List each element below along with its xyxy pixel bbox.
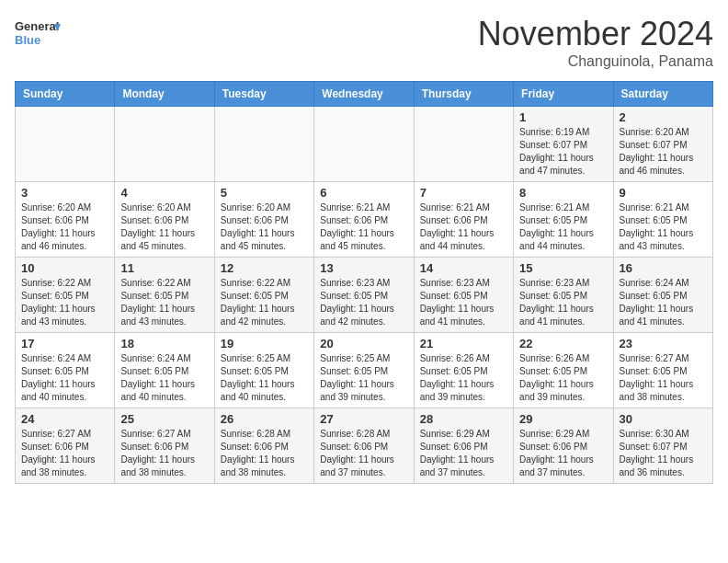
calendar-cell (115, 107, 214, 182)
day-info: Sunrise: 6:20 AM Sunset: 6:06 PM Dayligh… (120, 201, 208, 253)
calendar-cell: 5Sunrise: 6:20 AM Sunset: 6:06 PM Daylig… (214, 182, 313, 258)
day-number: 18 (120, 337, 208, 350)
day-info: Sunrise: 6:29 AM Sunset: 6:06 PM Dayligh… (519, 428, 607, 479)
calendar-cell: 7Sunrise: 6:21 AM Sunset: 6:06 PM Daylig… (414, 182, 513, 258)
title-area: November 2024 Changuinola, Panama (478, 15, 713, 70)
day-info: Sunrise: 6:21 AM Sunset: 6:05 PM Dayligh… (519, 201, 607, 253)
day-number: 28 (420, 412, 507, 426)
day-number: 26 (221, 412, 308, 426)
calendar-cell: 6Sunrise: 6:21 AM Sunset: 6:06 PM Daylig… (314, 182, 414, 258)
day-info: Sunrise: 6:23 AM Sunset: 6:05 PM Dayligh… (320, 277, 407, 328)
weekday-header-saturday: Saturday (613, 82, 712, 107)
weekday-header-friday: Friday (514, 82, 613, 107)
svg-text:Blue: Blue (15, 33, 40, 47)
weekday-header-wednesday: Wednesday (314, 82, 414, 107)
day-info: Sunrise: 6:24 AM Sunset: 6:05 PM Dayligh… (21, 352, 108, 404)
weekday-header-monday: Monday (115, 82, 214, 107)
calendar-cell: 25Sunrise: 6:27 AM Sunset: 6:06 PM Dayli… (115, 408, 214, 484)
day-info: Sunrise: 6:30 AM Sunset: 6:07 PM Dayligh… (620, 428, 707, 479)
day-number: 25 (120, 412, 208, 426)
day-number: 5 (221, 186, 308, 200)
day-number: 23 (620, 337, 707, 350)
day-info: Sunrise: 6:23 AM Sunset: 6:05 PM Dayligh… (519, 277, 607, 328)
day-number: 1 (519, 110, 607, 124)
day-info: Sunrise: 6:29 AM Sunset: 6:06 PM Dayligh… (420, 428, 507, 479)
day-number: 24 (21, 412, 108, 426)
day-number: 21 (420, 337, 507, 350)
calendar-cell: 12Sunrise: 6:22 AM Sunset: 6:05 PM Dayli… (214, 258, 313, 333)
svg-text:General: General (15, 19, 59, 33)
week-row-1: 1Sunrise: 6:19 AM Sunset: 6:07 PM Daylig… (16, 107, 713, 182)
day-info: Sunrise: 6:26 AM Sunset: 6:05 PM Dayligh… (519, 352, 607, 404)
day-number: 2 (620, 110, 707, 124)
calendar-cell: 30Sunrise: 6:30 AM Sunset: 6:07 PM Dayli… (613, 408, 712, 484)
day-number: 15 (519, 261, 607, 275)
calendar-cell: 8Sunrise: 6:21 AM Sunset: 6:05 PM Daylig… (514, 182, 613, 258)
day-number: 10 (21, 261, 108, 275)
day-info: Sunrise: 6:23 AM Sunset: 6:05 PM Dayligh… (420, 277, 507, 328)
week-row-4: 17Sunrise: 6:24 AM Sunset: 6:05 PM Dayli… (16, 333, 713, 408)
day-info: Sunrise: 6:20 AM Sunset: 6:07 PM Dayligh… (620, 126, 707, 178)
day-number: 4 (120, 186, 208, 200)
day-info: Sunrise: 6:28 AM Sunset: 6:06 PM Dayligh… (320, 428, 407, 479)
calendar-cell: 22Sunrise: 6:26 AM Sunset: 6:05 PM Dayli… (514, 333, 613, 408)
calendar-cell: 20Sunrise: 6:25 AM Sunset: 6:05 PM Dayli… (314, 333, 414, 408)
calendar-cell (314, 107, 414, 182)
calendar-cell: 27Sunrise: 6:28 AM Sunset: 6:06 PM Dayli… (314, 408, 414, 484)
day-info: Sunrise: 6:22 AM Sunset: 6:05 PM Dayligh… (120, 277, 208, 328)
weekday-header-row: SundayMondayTuesdayWednesdayThursdayFrid… (16, 82, 713, 107)
calendar-cell: 4Sunrise: 6:20 AM Sunset: 6:06 PM Daylig… (115, 182, 214, 258)
calendar-cell: 10Sunrise: 6:22 AM Sunset: 6:05 PM Dayli… (16, 258, 115, 333)
weekday-header-sunday: Sunday (16, 82, 115, 107)
calendar-table: SundayMondayTuesdayWednesdayThursdayFrid… (15, 81, 713, 484)
day-number: 6 (320, 186, 407, 200)
day-number: 29 (519, 412, 607, 426)
calendar-cell (214, 107, 313, 182)
day-number: 17 (21, 337, 108, 350)
logo-svg: General Blue (15, 15, 61, 52)
day-number: 20 (320, 337, 407, 350)
weekday-header-tuesday: Tuesday (214, 82, 313, 107)
day-info: Sunrise: 6:25 AM Sunset: 6:05 PM Dayligh… (221, 352, 308, 404)
calendar-cell: 24Sunrise: 6:27 AM Sunset: 6:06 PM Dayli… (16, 408, 115, 484)
day-info: Sunrise: 6:21 AM Sunset: 6:06 PM Dayligh… (420, 201, 507, 253)
calendar-cell: 1Sunrise: 6:19 AM Sunset: 6:07 PM Daylig… (514, 107, 613, 182)
day-number: 7 (420, 186, 507, 200)
day-info: Sunrise: 6:24 AM Sunset: 6:05 PM Dayligh… (620, 277, 707, 328)
calendar-cell: 16Sunrise: 6:24 AM Sunset: 6:05 PM Dayli… (613, 258, 712, 333)
day-info: Sunrise: 6:20 AM Sunset: 6:06 PM Dayligh… (221, 201, 308, 253)
calendar-cell: 28Sunrise: 6:29 AM Sunset: 6:06 PM Dayli… (414, 408, 513, 484)
calendar-cell: 2Sunrise: 6:20 AM Sunset: 6:07 PM Daylig… (613, 107, 712, 182)
calendar-cell: 17Sunrise: 6:24 AM Sunset: 6:05 PM Dayli… (16, 333, 115, 408)
day-info: Sunrise: 6:21 AM Sunset: 6:06 PM Dayligh… (320, 201, 407, 253)
day-number: 30 (620, 412, 707, 426)
day-info: Sunrise: 6:25 AM Sunset: 6:05 PM Dayligh… (320, 352, 407, 404)
calendar-cell: 29Sunrise: 6:29 AM Sunset: 6:06 PM Dayli… (514, 408, 613, 484)
calendar-cell: 15Sunrise: 6:23 AM Sunset: 6:05 PM Dayli… (514, 258, 613, 333)
logo: General Blue (15, 15, 61, 52)
calendar-cell (414, 107, 513, 182)
location: Changuinola, Panama (478, 53, 713, 70)
day-number: 12 (221, 261, 308, 275)
day-number: 8 (519, 186, 607, 200)
day-info: Sunrise: 6:27 AM Sunset: 6:06 PM Dayligh… (120, 428, 208, 479)
week-row-2: 3Sunrise: 6:20 AM Sunset: 6:06 PM Daylig… (16, 182, 713, 258)
day-info: Sunrise: 6:24 AM Sunset: 6:05 PM Dayligh… (120, 352, 208, 404)
day-info: Sunrise: 6:22 AM Sunset: 6:05 PM Dayligh… (21, 277, 108, 328)
day-info: Sunrise: 6:27 AM Sunset: 6:05 PM Dayligh… (620, 352, 707, 404)
month-title: November 2024 (478, 15, 713, 53)
day-number: 11 (120, 261, 208, 275)
calendar-cell: 21Sunrise: 6:26 AM Sunset: 6:05 PM Dayli… (414, 333, 513, 408)
calendar-cell: 9Sunrise: 6:21 AM Sunset: 6:05 PM Daylig… (613, 182, 712, 258)
day-info: Sunrise: 6:28 AM Sunset: 6:06 PM Dayligh… (221, 428, 308, 479)
day-info: Sunrise: 6:26 AM Sunset: 6:05 PM Dayligh… (420, 352, 507, 404)
day-number: 3 (21, 186, 108, 200)
calendar-cell: 23Sunrise: 6:27 AM Sunset: 6:05 PM Dayli… (613, 333, 712, 408)
calendar-cell: 18Sunrise: 6:24 AM Sunset: 6:05 PM Dayli… (115, 333, 214, 408)
calendar-cell: 3Sunrise: 6:20 AM Sunset: 6:06 PM Daylig… (16, 182, 115, 258)
calendar-cell: 26Sunrise: 6:28 AM Sunset: 6:06 PM Dayli… (214, 408, 313, 484)
day-info: Sunrise: 6:20 AM Sunset: 6:06 PM Dayligh… (21, 201, 108, 253)
day-number: 9 (620, 186, 707, 200)
page-header: General Blue November 2024 Changuinola, … (15, 15, 713, 70)
day-number: 19 (221, 337, 308, 350)
